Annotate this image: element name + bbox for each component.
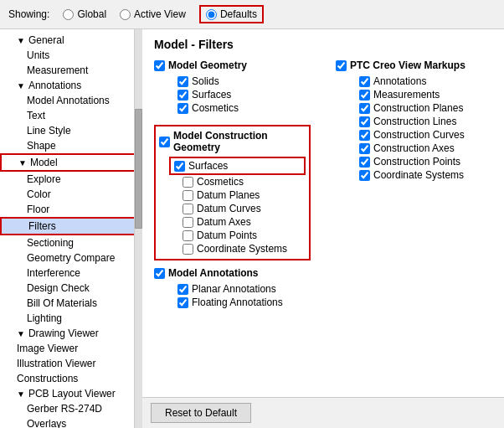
- checkbox-ma[interactable]: [154, 268, 165, 279]
- checkbox-datum-points[interactable]: [183, 230, 193, 241]
- radio-defaults-text: Defaults: [220, 8, 257, 20]
- sidebar-item-design-check[interactable]: Design Check: [0, 281, 141, 296]
- filter-construction-planes: Construction Planes: [336, 101, 492, 115]
- sidebar-label-interference: Interference: [27, 267, 80, 279]
- sidebar-label-image-viewer: Image Viewer: [17, 343, 78, 354]
- sidebar-item-filters[interactable]: Filters: [0, 217, 141, 235]
- checkbox-cosmetics-mcg[interactable]: [183, 177, 193, 188]
- radio-active-view[interactable]: [120, 9, 131, 20]
- sidebar-label-gerber: Gerber RS-274D: [27, 403, 102, 415]
- radio-global-label[interactable]: Global: [63, 8, 106, 20]
- filter-coord-systems-ptc: Coordinate Systems: [336, 168, 492, 182]
- bottom-bar: Reset to Default: [142, 397, 504, 428]
- sidebar-item-geometry-compare[interactable]: Geometry Compare: [0, 250, 141, 266]
- sidebar-label-floor: Floor: [27, 204, 49, 215]
- checkbox-ptc-annotations[interactable]: [359, 76, 370, 87]
- sidebar-item-interference[interactable]: Interference: [0, 266, 141, 281]
- checkbox-solids[interactable]: [177, 76, 188, 87]
- sidebar-item-color[interactable]: Color: [0, 187, 141, 202]
- checkbox-construction-lines[interactable]: [359, 116, 370, 127]
- filter-datum-planes: Datum Planes: [159, 188, 306, 202]
- sidebar-label-drawing-viewer: Drawing Viewer: [28, 327, 99, 339]
- checkbox-planar-annotations[interactable]: [177, 284, 188, 295]
- sidebar-item-illustration-viewer[interactable]: Illustration Viewer: [0, 356, 141, 371]
- arrow-model: ▼: [18, 158, 27, 168]
- checkbox-construction-points[interactable]: [359, 157, 370, 168]
- label-construction-curves: Construction Curves: [373, 129, 465, 141]
- checkbox-surfaces-mcg[interactable]: [174, 161, 185, 172]
- checkbox-mcg[interactable]: [159, 137, 170, 147]
- section-ptc-creo: PTC Creo View Markups Annotations Measur…: [336, 59, 492, 182]
- top-bar: Showing: Global Active View Defaults: [0, 0, 504, 29]
- sidebar-item-overlays[interactable]: Overlays: [0, 416, 141, 428]
- sidebar-item-gerber[interactable]: Gerber RS-274D: [0, 401, 141, 416]
- sidebar-item-measurement[interactable]: Measurement: [0, 63, 141, 78]
- sidebar-item-image-viewer[interactable]: Image Viewer: [0, 341, 141, 356]
- label-model-geometry: Model Geometry: [168, 59, 247, 71]
- sidebar-item-model-annotations[interactable]: Model Annotations: [0, 93, 141, 108]
- checkbox-coord-systems-ptc[interactable]: [359, 170, 370, 181]
- filter-ptc-annotations: Annotations: [336, 75, 492, 88]
- checkbox-datum-planes[interactable]: [183, 190, 193, 201]
- sidebar-item-sectioning[interactable]: Sectioning: [0, 235, 141, 250]
- label-floating-annotations: Floating Annotations: [192, 297, 283, 308]
- sidebar-label-sectioning: Sectioning: [27, 237, 74, 249]
- radio-global[interactable]: [63, 9, 74, 20]
- radio-active-view-label[interactable]: Active View: [120, 8, 186, 20]
- checkbox-surfaces-mg[interactable]: [177, 90, 188, 101]
- sidebar-label-illustration-viewer: Illustration Viewer: [17, 358, 96, 369]
- sidebar-item-text[interactable]: Text: [0, 108, 141, 123]
- label-datum-points: Datum Points: [197, 229, 257, 241]
- filter-measurements: Measurements: [336, 88, 492, 101]
- sidebar-item-drawing-viewer[interactable]: ▼ Drawing Viewer: [0, 326, 141, 341]
- label-surfaces-mcg: Surfaces: [188, 160, 228, 172]
- label-coord-systems-ptc: Coordinate Systems: [373, 169, 464, 181]
- label-construction-lines: Construction Lines: [373, 116, 456, 127]
- arrow-annotations: ▼: [17, 81, 25, 90]
- checkbox-construction-axes[interactable]: [359, 143, 370, 154]
- sidebar-item-line-style[interactable]: Line Style: [0, 123, 141, 138]
- right-col: PTC Creo View Markups Annotations Measur…: [336, 59, 492, 319]
- checkbox-construction-planes[interactable]: [359, 103, 370, 114]
- checkbox-ptc[interactable]: [336, 60, 347, 71]
- sidebar-scrollbar[interactable]: [134, 29, 142, 428]
- sidebar-label-lighting: Lighting: [27, 312, 62, 324]
- sidebar-item-bill-of-materials[interactable]: Bill Of Materials: [0, 296, 141, 311]
- sidebar-label-pcb: PCB Layout Viewer: [28, 388, 116, 400]
- label-ptc-annotations: Annotations: [373, 75, 426, 87]
- label-surfaces-mg: Surfaces: [192, 89, 231, 101]
- section-header-ptc: PTC Creo View Markups: [336, 59, 492, 71]
- sidebar-item-constructions[interactable]: Constructions: [0, 371, 141, 386]
- checkbox-datum-curves[interactable]: [183, 204, 193, 214]
- left-col: Model Geometry Solids Surfaces Cosmetics: [154, 59, 311, 319]
- sidebar-item-units[interactable]: Units: [0, 48, 141, 63]
- checkbox-model-geometry[interactable]: [154, 60, 165, 71]
- section-model-geometry: Model Geometry Solids Surfaces Cosmetics: [154, 59, 311, 115]
- checkbox-construction-curves[interactable]: [359, 130, 370, 141]
- checkbox-measurements[interactable]: [359, 90, 370, 101]
- sidebar: ▼ General Units Measurement ▼ Annotation…: [0, 29, 142, 428]
- sidebar-item-shape[interactable]: Shape: [0, 138, 141, 153]
- label-construction-planes: Construction Planes: [373, 102, 463, 114]
- sidebar-item-model[interactable]: ▼ Model: [0, 153, 141, 172]
- checkbox-datum-axes[interactable]: [183, 217, 193, 228]
- checkbox-cosmetics-mg[interactable]: [177, 103, 188, 114]
- sidebar-item-floor[interactable]: Floor: [0, 202, 141, 217]
- label-solids: Solids: [192, 75, 219, 87]
- reset-to-default-button[interactable]: Reset to Default: [151, 403, 251, 423]
- section-header-mcg: Model Construction Geometry: [159, 130, 306, 153]
- radio-defaults-label[interactable]: Defaults: [199, 5, 264, 23]
- sidebar-scrollbar-thumb[interactable]: [135, 109, 142, 229]
- checkbox-coord-systems-mcg[interactable]: [183, 244, 193, 255]
- sidebar-item-explore[interactable]: Explore: [0, 172, 141, 187]
- sidebar-item-general[interactable]: ▼ General: [0, 33, 141, 48]
- label-planar-annotations: Planar Annotations: [192, 283, 276, 295]
- sidebar-item-annotations[interactable]: ▼ Annotations: [0, 78, 141, 93]
- sidebar-label-constructions: Constructions: [17, 373, 78, 384]
- sidebar-item-lighting[interactable]: Lighting: [0, 311, 141, 326]
- filter-planar-annotations: Planar Annotations: [154, 282, 311, 296]
- label-construction-points: Construction Points: [373, 156, 460, 168]
- sidebar-item-pcb[interactable]: ▼ PCB Layout Viewer: [0, 386, 141, 401]
- radio-defaults[interactable]: [206, 9, 217, 20]
- checkbox-floating-annotations[interactable]: [177, 297, 188, 308]
